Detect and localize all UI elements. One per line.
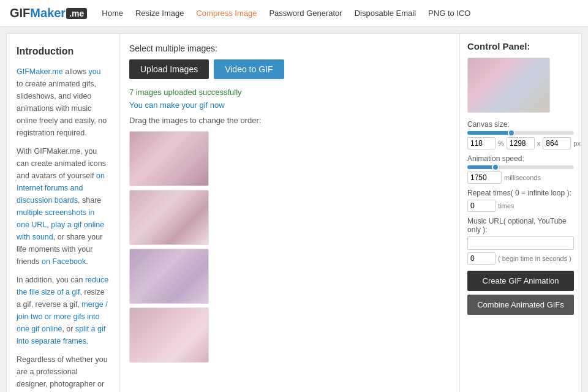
navbar: GIFMaker.me Home Resize Image Compress I…	[0, 0, 588, 27]
speed-input-row: milliseconds	[467, 172, 574, 184]
logo-maker: Maker	[30, 6, 66, 20]
info-message: You can make your gif now	[129, 100, 450, 110]
uploaded-image-4[interactable]	[129, 307, 209, 363]
nav-home[interactable]: Home	[102, 9, 123, 18]
combine-gifs-button[interactable]: Combine Animated GIFs	[467, 295, 574, 315]
logo-me: .me	[66, 8, 87, 19]
nav-png[interactable]: PNG to ICO	[428, 9, 470, 18]
sidebar-para4: Regardless of whether you are a professi…	[17, 353, 109, 392]
nav-links: Home Resize Image Compress Image Passwor…	[102, 9, 470, 18]
canvas-slider-fill	[467, 131, 510, 135]
nav-compress[interactable]: Compress Image	[196, 9, 257, 18]
logo-gif: GIF	[10, 6, 30, 20]
video-to-gif-button[interactable]: Video to GIF	[214, 59, 284, 79]
repeat-input-row: times	[467, 200, 574, 212]
begin-unit: ( begin time in seconds )	[498, 255, 571, 262]
sidebar-link-online[interactable]: on Internet forums and discussion boards	[17, 172, 105, 205]
sidebar-link-facebook[interactable]: on Facebook	[42, 257, 86, 266]
nav-password[interactable]: Password Generator	[269, 9, 342, 18]
control-panel: Control Panel: Canvas size: % x px Anima…	[459, 33, 582, 392]
success-message: 7 images uploaded successfully	[129, 88, 450, 97]
repeat-value-input[interactable]	[467, 200, 496, 212]
speed-value-input[interactable]	[467, 172, 502, 184]
repeat-unit: times	[498, 202, 514, 209]
uploaded-image-1[interactable]	[129, 131, 209, 186]
canvas-height-input[interactable]	[543, 137, 571, 149]
repeat-label: Repeat times( 0 = infinite loop ):	[467, 189, 574, 197]
button-row: Upload Images Video to GIF	[129, 59, 450, 79]
speed-slider-track	[467, 165, 574, 169]
sidebar-para1: GIFMaker.me allows you to create animate…	[17, 66, 109, 139]
canvas-slider-track	[467, 131, 574, 135]
nav-resize[interactable]: Resize Image	[135, 9, 184, 18]
uploaded-image-2[interactable]	[129, 190, 209, 245]
canvas-percent-input[interactable]	[467, 137, 496, 149]
uploaded-image-3[interactable]	[129, 249, 209, 304]
sidebar: Introduction GIFMaker.me allows you to c…	[6, 33, 119, 392]
sidebar-link-gifmaker[interactable]: GIFMaker.me	[17, 67, 63, 76]
canvas-slider[interactable]	[467, 131, 574, 135]
sidebar-para2: With GIFMaker.me, you can create animate…	[17, 145, 109, 268]
drag-message: Drag the images to change the order:	[129, 116, 450, 125]
begin-time-input[interactable]	[467, 252, 496, 265]
image-grid	[129, 131, 450, 363]
sidebar-para3: In addition, you can reduce the file siz…	[17, 274, 109, 347]
canvas-input-row: % x px	[467, 137, 574, 149]
control-panel-heading: Control Panel:	[467, 41, 574, 51]
nav-email[interactable]: Disposable Email	[355, 9, 416, 18]
logo: GIFMaker.me	[10, 6, 87, 20]
speed-unit: milliseconds	[504, 174, 541, 181]
preview-image	[467, 58, 550, 113]
main-container: Introduction GIFMaker.me allows you to c…	[0, 27, 588, 392]
music-url-input[interactable]	[467, 236, 574, 250]
begin-input-row: ( begin time in seconds )	[467, 252, 574, 265]
speed-slider[interactable]	[467, 165, 574, 169]
create-gif-button[interactable]: Create GIF Animation	[467, 271, 574, 291]
canvas-x-separator: x	[537, 140, 541, 147]
upload-images-button[interactable]: Upload Images	[129, 59, 209, 79]
speed-label: Animation speed:	[467, 154, 574, 163]
sidebar-link-you[interactable]: you	[88, 67, 100, 76]
select-label: Select multiple images:	[129, 43, 450, 53]
content-area: Select multiple images: Upload Images Vi…	[119, 33, 459, 392]
speed-slider-thumb[interactable]	[492, 164, 499, 171]
speed-slider-fill	[467, 165, 494, 169]
canvas-slider-thumb[interactable]	[508, 129, 515, 137]
sidebar-link-reduce[interactable]: reduce the file size of a gif	[17, 276, 108, 296]
canvas-width-input[interactable]	[507, 137, 535, 149]
canvas-px-unit: px	[573, 140, 581, 147]
music-label: Music URL( optional, YouTube only ):	[467, 217, 574, 234]
sidebar-heading: Introduction	[17, 43, 109, 59]
canvas-percent-symbol: %	[498, 140, 504, 147]
canvas-label: Canvas size:	[467, 120, 574, 129]
